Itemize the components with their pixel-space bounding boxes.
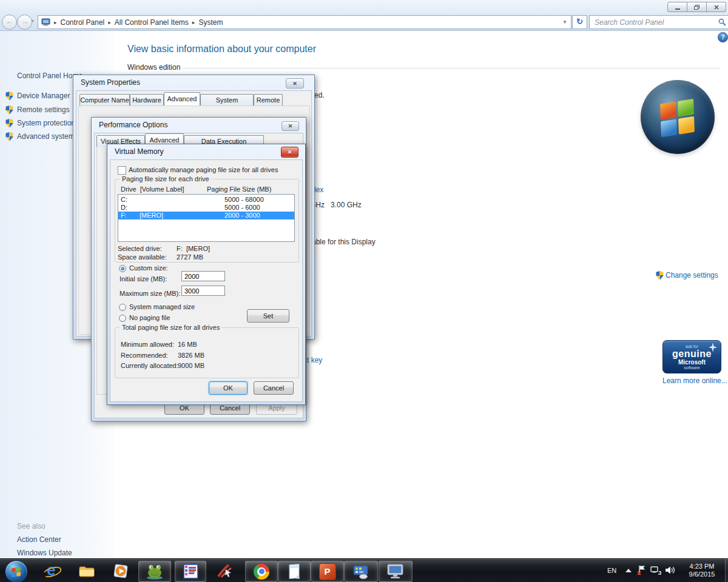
crumb-control-panel[interactable]: Control Panel bbox=[61, 18, 105, 27]
help-button[interactable]: ? bbox=[718, 32, 728, 42]
forward-button[interactable]: → bbox=[17, 15, 32, 30]
drive-letter: F: bbox=[121, 212, 127, 219]
sidebar-link-windows-update[interactable]: Windows Update bbox=[17, 549, 72, 557]
address-bar[interactable]: ▸ Control Panel ▸ All Control Panel Item… bbox=[38, 15, 571, 29]
crumb-system[interactable]: System bbox=[198, 18, 223, 27]
custom-size-radio[interactable] bbox=[119, 265, 126, 272]
restore-icon bbox=[693, 4, 701, 10]
crumb-all-items[interactable]: All Control Panel Items bbox=[115, 18, 189, 27]
page-title: View basic information about your comput… bbox=[127, 44, 316, 55]
sparkle-icon bbox=[707, 343, 718, 352]
tab-advanced[interactable]: Advanced bbox=[164, 92, 200, 105]
drive-listbox[interactable]: C: 5000 - 68000 D: 5000 - 6000 F: [MERO]… bbox=[118, 194, 295, 242]
clock[interactable]: 4:23 PM 9/6/2015 bbox=[681, 563, 723, 578]
learn-more-link[interactable]: Learn more online... bbox=[662, 376, 727, 385]
clock-date: 9/6/2015 bbox=[681, 570, 723, 578]
taskbar-paint-tool-button[interactable] bbox=[211, 561, 239, 581]
see-also-heading: See also bbox=[17, 522, 46, 530]
uac-shield-icon bbox=[5, 119, 13, 128]
drive-size: 2000 - 3000 bbox=[224, 212, 260, 219]
close-button[interactable]: ✕ bbox=[281, 121, 299, 131]
dialog-title: System Properties bbox=[81, 78, 140, 87]
forward-arrow-icon: → bbox=[21, 17, 29, 26]
taskbar-system-button[interactable] bbox=[379, 561, 413, 582]
sidebar-link-action-center[interactable]: Action Center bbox=[17, 535, 61, 544]
uac-shield-icon bbox=[5, 105, 13, 115]
screen: ← → ▾ ▸ Control Panel ▸ All Control Pane… bbox=[0, 0, 728, 582]
search-input[interactable] bbox=[593, 18, 711, 27]
cancel-button[interactable]: Cancel bbox=[254, 381, 294, 395]
taskbar-ie-button[interactable]: e bbox=[39, 561, 64, 581]
chrome-icon bbox=[254, 564, 269, 580]
address-dropdown-icon[interactable]: ▼ bbox=[562, 19, 567, 25]
tab-hardware[interactable]: Hardware bbox=[130, 94, 164, 105]
genuine-brand: Microsoft bbox=[663, 359, 721, 366]
tab-computer-name[interactable]: Computer Name bbox=[79, 94, 130, 105]
change-settings-link[interactable]: Change settings bbox=[666, 271, 718, 279]
minimum-allowed-label: Minimum allowed: bbox=[121, 341, 174, 348]
explorer-header: ← → ▾ ▸ Control Panel ▸ All Control Pane… bbox=[0, 0, 728, 31]
close-button[interactable]: ✕ bbox=[286, 78, 304, 89]
taskbar-wmp-button[interactable] bbox=[108, 561, 133, 581]
clock-time: 4:23 PM bbox=[681, 563, 723, 570]
taskbar-chrome-button[interactable] bbox=[245, 561, 278, 582]
tray-expand-icon[interactable] bbox=[625, 569, 632, 572]
refresh-button[interactable]: ↻ bbox=[572, 15, 587, 29]
action-center-flag-icon[interactable] bbox=[637, 565, 647, 576]
windows-flag-icon bbox=[12, 567, 22, 578]
no-paging-label: No paging file bbox=[129, 314, 170, 321]
recent-pages-chevron[interactable]: ▾ bbox=[32, 18, 34, 24]
close-button[interactable] bbox=[707, 2, 726, 12]
drive-row-c[interactable]: C: 5000 - 68000 bbox=[118, 196, 294, 204]
show-desktop-button[interactable] bbox=[725, 559, 728, 582]
sidebar-item-device-manager[interactable]: Device Manager bbox=[17, 92, 70, 100]
uac-shield-icon bbox=[5, 132, 13, 141]
no-paging-radio[interactable] bbox=[119, 315, 126, 322]
taskbar-control-panel-button[interactable] bbox=[344, 561, 378, 582]
pen-touch-text-fragment: able for this Display bbox=[312, 238, 376, 246]
space-available-label: Space available: bbox=[118, 253, 167, 261]
sidebar-item-remote-settings[interactable]: Remote settings bbox=[17, 105, 70, 114]
language-indicator[interactable]: EN bbox=[607, 567, 616, 574]
minimize-button[interactable] bbox=[667, 2, 687, 12]
windows-flag-icon bbox=[660, 99, 695, 138]
auto-manage-checkbox[interactable] bbox=[118, 166, 126, 175]
set-button[interactable]: Set bbox=[247, 309, 289, 323]
internet-explorer-icon: e bbox=[42, 563, 61, 580]
ok-button[interactable]: OK bbox=[209, 381, 248, 395]
currently-allocated-label: Currently allocated: bbox=[121, 362, 178, 369]
tab-system-protection[interactable]: System Protection bbox=[200, 94, 254, 105]
frog-icon bbox=[146, 563, 164, 580]
taskbar-powerpoint-button[interactable]: P bbox=[311, 561, 344, 582]
back-arrow-icon: ← bbox=[5, 17, 13, 26]
tab-remote[interactable]: Remote bbox=[254, 94, 283, 105]
taskbar-explorer-button[interactable] bbox=[74, 561, 99, 581]
volume-icon[interactable] bbox=[665, 566, 675, 575]
taskbar-notepad-button[interactable] bbox=[278, 561, 311, 582]
drive-row-f-selected[interactable]: F: [MERO] 2000 - 3000 bbox=[118, 212, 294, 219]
search-box[interactable] bbox=[589, 15, 728, 29]
drive-size: 5000 - 6000 bbox=[224, 204, 260, 211]
start-button[interactable] bbox=[5, 560, 28, 582]
paging-group-legend: Paging file size for each drive bbox=[120, 175, 211, 182]
taskbar: e bbox=[0, 558, 728, 582]
totals-group-legend: Total paging file size for all drives bbox=[120, 324, 221, 331]
network-icon[interactable] bbox=[650, 566, 662, 575]
taskbar-dictionary-app-button[interactable] bbox=[175, 561, 206, 582]
system-managed-radio[interactable] bbox=[119, 304, 126, 311]
taskbar-frog-app-button[interactable] bbox=[138, 561, 171, 582]
close-icon: ✕ bbox=[288, 123, 293, 129]
search-icon[interactable] bbox=[718, 18, 726, 26]
initial-size-input[interactable] bbox=[181, 271, 225, 281]
recommended-label: Recommended: bbox=[121, 352, 168, 359]
back-button[interactable]: ← bbox=[2, 15, 17, 30]
help-icon: ? bbox=[721, 34, 724, 41]
restore-button[interactable] bbox=[687, 2, 707, 12]
crumb-separator: ▸ bbox=[192, 19, 195, 25]
maximum-size-label: Maximum size (MB): bbox=[120, 290, 180, 297]
sidebar-item-system-protection[interactable]: System protection bbox=[17, 119, 75, 127]
maximum-size-input[interactable] bbox=[181, 286, 225, 296]
close-button[interactable]: ✕ bbox=[281, 147, 298, 158]
close-icon bbox=[713, 4, 720, 10]
drive-row-d[interactable]: D: 5000 - 6000 bbox=[118, 204, 294, 212]
